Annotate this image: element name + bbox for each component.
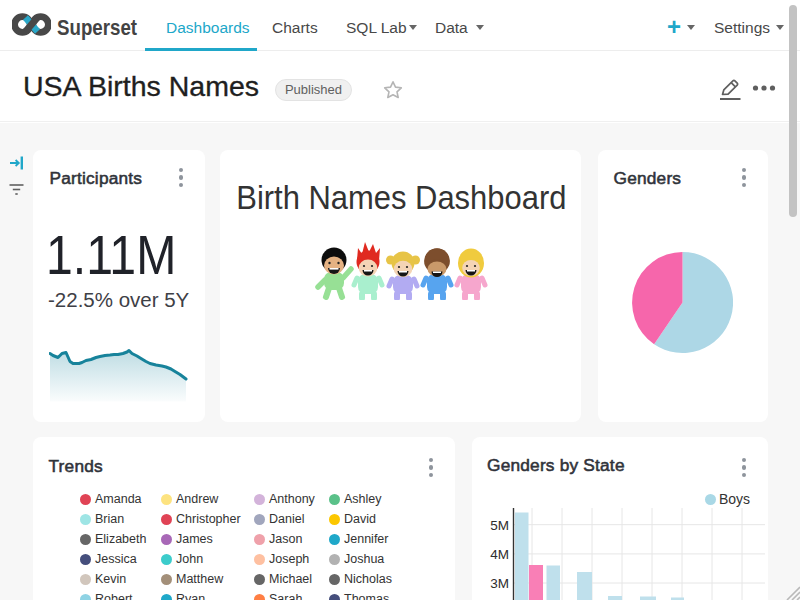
svg-text:3M: 3M [490, 576, 509, 591]
svg-text:5M: 5M [490, 518, 509, 533]
svg-text:4M: 4M [490, 547, 509, 562]
